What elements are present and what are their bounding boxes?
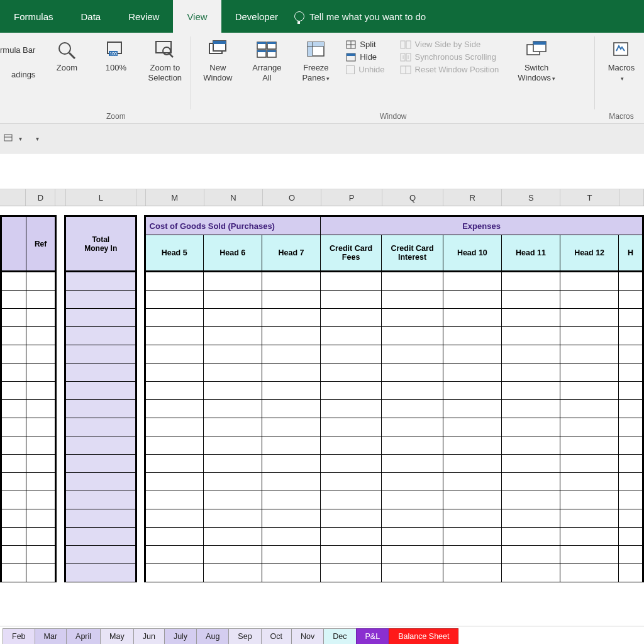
cell[interactable] <box>203 272 262 291</box>
cell[interactable] <box>203 546 262 564</box>
sheet-tab-jun[interactable]: Jun <box>133 628 165 644</box>
cell[interactable] <box>26 436 56 455</box>
cell[interactable] <box>382 309 443 327</box>
cell[interactable] <box>501 345 560 364</box>
cell[interactable] <box>619 509 643 528</box>
cell[interactable] <box>65 400 136 418</box>
sheet-tab-p&l[interactable]: P&L <box>356 628 390 644</box>
cell[interactable] <box>56 345 65 364</box>
cell[interactable] <box>65 364 136 382</box>
cell[interactable] <box>1 382 26 400</box>
cell[interactable] <box>1 528 26 546</box>
cell[interactable] <box>136 400 145 418</box>
cell[interactable] <box>145 546 203 564</box>
cell[interactable] <box>136 327 145 345</box>
cell[interactable] <box>1 546 26 564</box>
cell[interactable] <box>321 455 382 473</box>
cell[interactable] <box>619 528 643 546</box>
cell[interactable] <box>619 400 643 418</box>
cell[interactable] <box>56 473 65 491</box>
cell[interactable] <box>321 345 382 364</box>
cell[interactable] <box>136 509 145 528</box>
cell[interactable] <box>619 364 643 382</box>
cell[interactable] <box>203 291 262 309</box>
cell[interactable] <box>262 272 320 291</box>
cell[interactable] <box>203 345 262 364</box>
cell[interactable] <box>26 345 56 364</box>
hide-button[interactable]: Hide <box>343 52 387 62</box>
cell[interactable] <box>443 272 501 291</box>
cell[interactable] <box>145 327 203 345</box>
cell[interactable] <box>560 382 619 400</box>
cell[interactable] <box>262 455 320 473</box>
cell[interactable] <box>56 528 65 546</box>
cell[interactable] <box>560 436 619 455</box>
cell[interactable] <box>382 291 443 309</box>
cell[interactable] <box>136 455 145 473</box>
cell[interactable] <box>560 528 619 546</box>
cell[interactable] <box>321 473 382 491</box>
cell[interactable] <box>26 382 56 400</box>
col-S[interactable]: S <box>502 189 560 206</box>
cell[interactable] <box>136 564 145 582</box>
cell[interactable] <box>262 364 320 382</box>
cell[interactable] <box>145 564 203 582</box>
sheet-tab-may[interactable]: May <box>100 628 134 644</box>
cell[interactable] <box>1 364 26 382</box>
cell[interactable] <box>501 491 560 509</box>
cell[interactable] <box>560 546 619 564</box>
sheet-tab-nov[interactable]: Nov <box>291 628 324 644</box>
cell[interactable] <box>321 400 382 418</box>
cell[interactable] <box>560 291 619 309</box>
cell[interactable] <box>65 436 136 455</box>
cell[interactable] <box>203 528 262 546</box>
cell[interactable] <box>136 291 145 309</box>
cell[interactable] <box>136 473 145 491</box>
cell[interactable] <box>56 327 65 345</box>
cell[interactable] <box>382 455 443 473</box>
cell[interactable] <box>136 491 145 509</box>
spreadsheet-grid[interactable]: Ref TotalMoney In Cost of Goods Sold (Pu… <box>0 215 644 582</box>
cell[interactable] <box>619 309 643 327</box>
zoom-to-selection-button[interactable]: Zoom toSelection <box>143 36 186 85</box>
cell[interactable] <box>203 564 262 582</box>
cell[interactable] <box>136 364 145 382</box>
cell[interactable] <box>321 272 382 291</box>
cell[interactable] <box>501 364 560 382</box>
cell[interactable] <box>443 473 501 491</box>
cell[interactable] <box>443 436 501 455</box>
cell[interactable] <box>619 272 643 291</box>
cell[interactable] <box>26 364 56 382</box>
cell[interactable] <box>443 400 501 418</box>
cell[interactable] <box>26 546 56 564</box>
cell[interactable] <box>382 436 443 455</box>
cell[interactable] <box>501 272 560 291</box>
cell[interactable] <box>501 455 560 473</box>
cell[interactable] <box>1 272 26 291</box>
cell[interactable] <box>26 418 56 436</box>
cell[interactable] <box>145 364 203 382</box>
cell[interactable] <box>321 436 382 455</box>
split-button[interactable]: Split <box>343 39 387 50</box>
chevron-down-icon[interactable]: ▾ <box>19 135 22 142</box>
cell[interactable] <box>56 291 65 309</box>
chevron-down-icon[interactable]: ▾ <box>36 135 39 142</box>
cell[interactable] <box>145 382 203 400</box>
menu-view[interactable]: View <box>173 0 221 33</box>
sheet-tab-july[interactable]: July <box>164 628 197 644</box>
cell[interactable] <box>136 345 145 364</box>
cell[interactable] <box>1 473 26 491</box>
cell[interactable] <box>619 491 643 509</box>
cell[interactable] <box>619 345 643 364</box>
cell[interactable] <box>321 364 382 382</box>
col-prefix[interactable] <box>0 189 26 206</box>
cell[interactable] <box>203 364 262 382</box>
cell[interactable] <box>262 564 320 582</box>
cell[interactable] <box>382 528 443 546</box>
cell[interactable] <box>501 382 560 400</box>
cell[interactable] <box>136 418 145 436</box>
cell[interactable] <box>26 400 56 418</box>
cell[interactable] <box>501 528 560 546</box>
cell[interactable] <box>65 473 136 491</box>
cell[interactable] <box>145 272 203 291</box>
